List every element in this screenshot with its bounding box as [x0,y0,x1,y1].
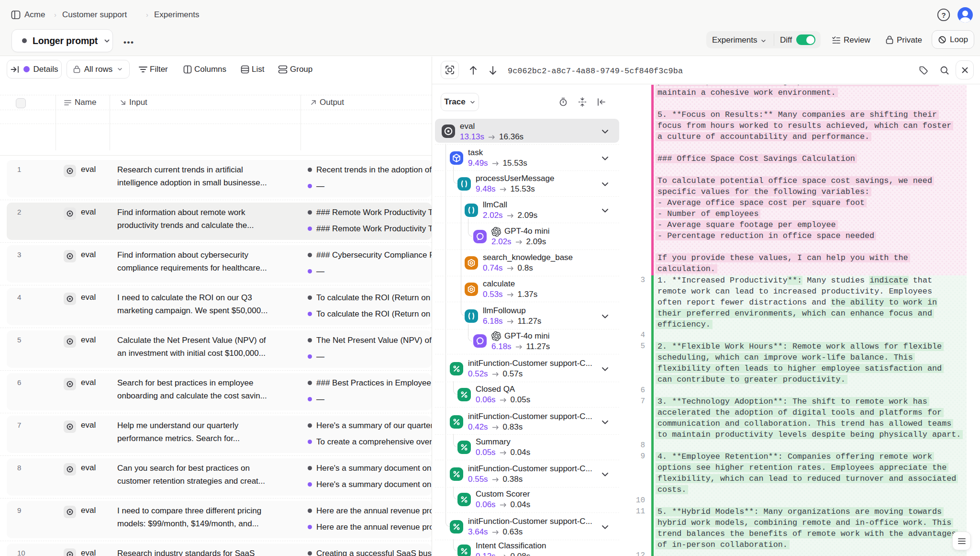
svg-text:?: ? [941,11,946,19]
